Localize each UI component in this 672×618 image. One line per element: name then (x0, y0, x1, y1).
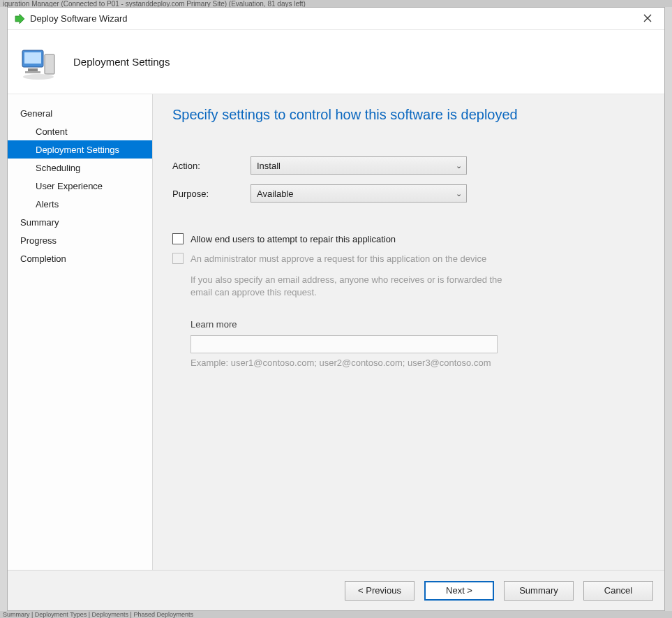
page-heading: Specify settings to control how this sof… (172, 107, 645, 123)
background-window-tabs: Summary | Deployment Types | Deployments… (0, 611, 672, 618)
email-example-text: Example: user1@contoso.com; user2@contos… (191, 358, 645, 368)
close-icon (643, 13, 652, 24)
repair-checkbox[interactable] (172, 233, 184, 244)
repair-checkbox-label: Allow end users to attempt to repair thi… (191, 234, 396, 244)
computer-deploy-icon (17, 41, 59, 83)
content-pane: Specify settings to control how this sof… (153, 94, 664, 570)
sidebar-item-completion[interactable]: Completion (8, 249, 152, 267)
sidebar: GeneralContentDeployment SettingsSchedul… (8, 94, 153, 570)
chevron-down-icon: ⌄ (456, 161, 462, 170)
next-button[interactable]: Next > (424, 581, 494, 601)
purpose-label: Purpose: (172, 189, 251, 199)
svg-rect-5 (45, 54, 54, 74)
approve-info-text: If you also specify an email address, an… (191, 274, 518, 298)
close-button[interactable] (634, 9, 662, 29)
svg-marker-0 (15, 14, 24, 24)
sidebar-item-content[interactable]: Content (8, 122, 152, 140)
deploy-arrow-icon (13, 13, 26, 25)
chevron-down-icon: ⌄ (456, 189, 462, 198)
sidebar-item-general[interactable]: General (8, 104, 152, 122)
svg-rect-2 (24, 52, 41, 64)
svg-rect-4 (25, 71, 40, 73)
action-dropdown[interactable]: Install ⌄ (251, 156, 467, 175)
svg-rect-3 (28, 68, 38, 71)
approve-checkbox-label: An administrator must approve a request … (191, 253, 486, 264)
svg-point-6 (23, 74, 54, 80)
sidebar-item-alerts[interactable]: Alerts (8, 195, 152, 213)
approve-checkbox (172, 253, 184, 264)
sidebar-item-scheduling[interactable]: Scheduling (8, 159, 152, 177)
page-title: Deployment Settings (73, 56, 170, 68)
action-label: Action: (172, 161, 251, 171)
approver-email-input (191, 335, 498, 353)
sidebar-item-deployment-settings[interactable]: Deployment Settings (8, 140, 152, 159)
previous-button[interactable]: < Previous (345, 581, 415, 601)
cancel-button[interactable]: Cancel (583, 581, 653, 601)
action-value: Install (257, 161, 281, 171)
summary-button[interactable]: Summary (504, 581, 574, 601)
wizard-window: Deploy Software Wizard Deployment Settin… (7, 7, 665, 611)
header-band: Deployment Settings (8, 30, 664, 94)
learn-more-link[interactable]: Learn more (191, 319, 645, 330)
window-title: Deploy Software Wizard (30, 13, 127, 24)
sidebar-item-progress[interactable]: Progress (8, 231, 152, 249)
background-window-title: iguration Manager (Connected to P01 - sy… (0, 0, 672, 7)
titlebar: Deploy Software Wizard (8, 8, 664, 30)
sidebar-item-summary[interactable]: Summary (8, 213, 152, 231)
sidebar-item-user-experience[interactable]: User Experience (8, 177, 152, 195)
wizard-footer: < Previous Next > Summary Cancel (8, 570, 664, 610)
purpose-value: Available (257, 189, 294, 199)
purpose-dropdown[interactable]: Available ⌄ (251, 184, 467, 203)
